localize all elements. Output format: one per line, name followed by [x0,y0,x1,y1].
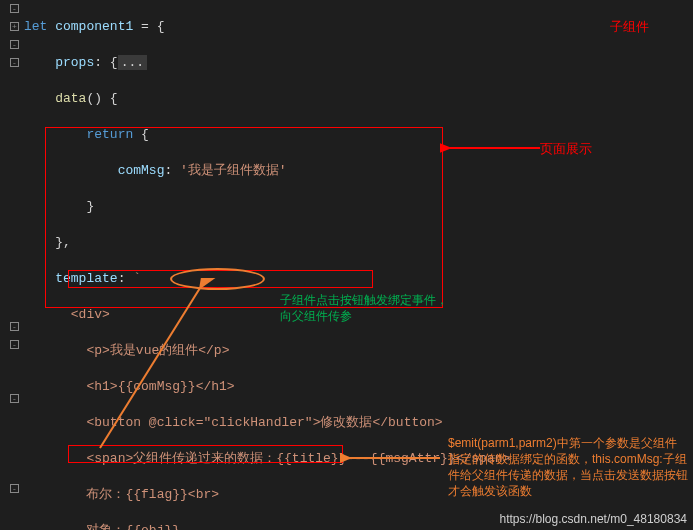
code-line: data() { [24,90,510,108]
fold-icon[interactable]: - [10,322,19,331]
code-line: props: {... [24,54,510,72]
fold-icon[interactable]: - [10,58,19,67]
watermark: https://blog.csdn.net/m0_48180834 [500,512,687,526]
gutter: - + - - - - - - [0,0,22,530]
code-line: 布尔：{{flag}}<br> [24,486,510,504]
fold-icon[interactable]: - [10,484,19,493]
annotation-orange-1: $emit(parm1,parm2)中第一个参数是父组件 [448,435,677,452]
annotation-page-display: 页面展示 [540,140,592,158]
redbox-emit-call [68,445,343,463]
code-line: 对象：{{obj}} [24,522,510,530]
annotation-orange-3: 件给父组件传递的数据，当点击发送数据按钮 [448,467,688,484]
fold-icon[interactable]: - [10,394,19,403]
annotation-green-1: 子组件点击按钮触发绑定事件， [280,292,448,309]
annotation-sub-component: 子组件 [610,18,649,36]
annotation-green-2: 向父组件传参 [280,308,352,325]
fold-icon[interactable]: - [10,340,19,349]
code-line: let component1 = { [24,18,510,36]
code-line: <h1>{{comMsg}}</h1> [24,378,510,396]
annotation-orange-2: 指定的传数据绑定的函数，this.comMsg:子组 [448,451,687,468]
annotation-orange-4: 才会触发该函数 [448,483,532,500]
fold-icon[interactable]: - [10,40,19,49]
code-line: <p>我是vue的组件</p> [24,342,510,360]
ellipse-emithandler [170,268,265,290]
fold-icon[interactable]: - [10,4,19,13]
fold-icon[interactable]: + [10,22,19,31]
code-line: <button @click="clickHandler">修改数据</butt… [24,414,510,432]
